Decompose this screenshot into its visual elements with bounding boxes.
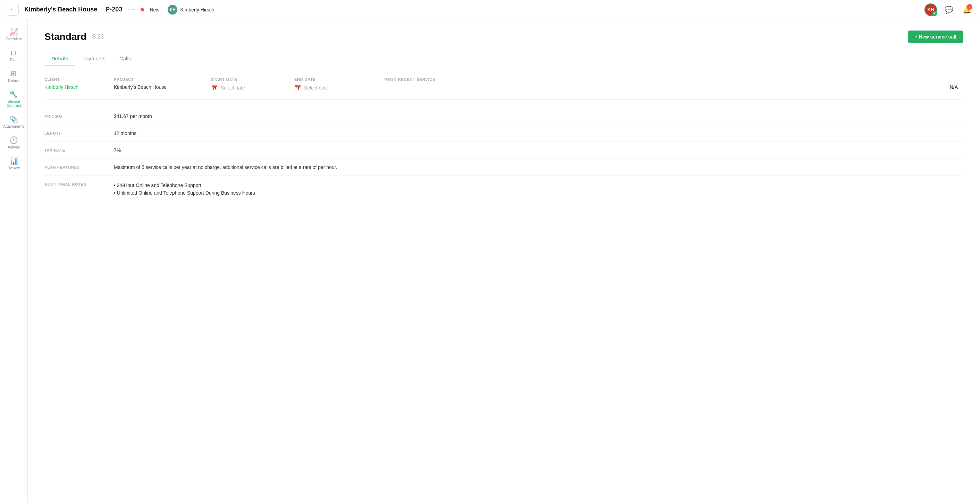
- notification-badge: 5: [967, 4, 972, 10]
- most-recent-label: MOST RECENT SERVICE: [385, 77, 958, 81]
- tax-rate-label: TAX RATE: [45, 148, 114, 153]
- sidebar: 📈 Overview ⊟ Plan ⊞ Details 🔧 Service Co…: [0, 19, 28, 503]
- main-content: Standard S-23 + New service call Details…: [28, 19, 980, 503]
- assigned-user: KH Kimberly Hirsch: [168, 5, 214, 14]
- sidebar-item-review[interactable]: 📊 Review: [2, 154, 26, 173]
- length-label: LENGTH: [45, 130, 114, 136]
- sidebar-label-details: Details: [8, 78, 20, 83]
- sidebar-label-attachments: Attachments: [3, 124, 24, 129]
- plan-features-label: PLAN FEATURES: [45, 164, 114, 170]
- sidebar-item-plan[interactable]: ⊟ Plan: [2, 46, 26, 65]
- status-label: New: [150, 7, 159, 13]
- project-id: P-203: [105, 6, 122, 13]
- additional-notes-value: 24-Hour Online and Telephone Support Unl…: [114, 181, 963, 197]
- start-date-label: START DATE: [211, 77, 289, 81]
- start-date-placeholder: Select date: [221, 85, 245, 90]
- plan-features-row: PLAN FEATURES Maximum of 5 service calls…: [45, 159, 963, 176]
- body-wrap: 📈 Overview ⊟ Plan ⊞ Details 🔧 Service Co…: [0, 19, 980, 503]
- project-col: PROJECT Kimberly's Beach House: [114, 77, 211, 91]
- additional-notes-row: ADDITIONAL NOTES 24-Hour Online and Tele…: [45, 176, 963, 202]
- length-value: 12 months: [114, 130, 963, 136]
- tabs: Details Payments Calls: [28, 51, 980, 66]
- note-item-2: Unlimited Online and Telephone Support D…: [114, 189, 963, 197]
- details-icon: ⊞: [11, 70, 17, 77]
- sidebar-item-service-contract[interactable]: 🔧 Service Contract: [2, 87, 26, 111]
- end-date-placeholder: Select date: [304, 85, 328, 90]
- new-service-call-button[interactable]: + New service call: [908, 30, 963, 43]
- sidebar-label-activity: Activity: [8, 145, 20, 149]
- user-avatar: KH: [168, 5, 177, 14]
- page-header: Standard S-23 + New service call: [28, 19, 980, 51]
- sidebar-item-overview[interactable]: 📈 Overview: [2, 25, 26, 44]
- sidebar-label-overview: Overview: [6, 37, 22, 41]
- sidebar-item-details[interactable]: ⊞ Details: [2, 67, 26, 86]
- top-header: ← Kimberly's Beach House P-203 ··· New K…: [0, 0, 980, 19]
- additional-notes-label: ADDITIONAL NOTES: [45, 181, 114, 197]
- page-subtitle: S-23: [92, 34, 104, 40]
- top-details-section: CLIENT Kimberly Hirsch PROJECT Kimberly'…: [45, 77, 963, 100]
- chat-button[interactable]: 💬: [942, 3, 955, 16]
- user-name-label: Kimberly Hirsch: [180, 7, 214, 13]
- pricing-value: $41.67 per month: [114, 113, 963, 119]
- end-date-input[interactable]: 📅 Select date: [294, 84, 379, 91]
- most-recent-col: MOST RECENT SERVICE N/A: [385, 77, 963, 91]
- current-user-avatar[interactable]: KH +: [924, 3, 937, 16]
- plan-features-value: Maximum of 5 service calls per year at n…: [114, 164, 963, 170]
- tax-rate-value: 7%: [114, 148, 963, 153]
- tab-details[interactable]: Details: [45, 51, 75, 66]
- start-date-input[interactable]: 📅 Select date: [211, 84, 289, 91]
- service-contract-icon: 🔧: [10, 91, 18, 98]
- page-title-wrap: Standard S-23: [45, 31, 104, 42]
- tab-payments[interactable]: Payments: [75, 51, 113, 66]
- end-date-label: END DATE: [294, 77, 379, 81]
- status-dot-icon: [140, 8, 144, 11]
- content-area: CLIENT Kimberly Hirsch PROJECT Kimberly'…: [28, 66, 980, 213]
- review-icon: 📊: [10, 157, 18, 164]
- header-icons: KH + 💬 🔔 5: [924, 3, 973, 16]
- plan-icon: ⊟: [11, 49, 17, 56]
- page-title: Standard: [45, 31, 86, 42]
- notes-list: 24-Hour Online and Telephone Support Unl…: [114, 181, 963, 197]
- client-label: CLIENT: [45, 77, 108, 81]
- pricing-row: PRICING $41.67 per month: [45, 108, 963, 125]
- end-date-col: END DATE 📅 Select date: [294, 77, 385, 91]
- notifications-button[interactable]: 🔔 5: [961, 3, 973, 16]
- activity-icon: 🕐: [10, 136, 18, 144]
- back-button[interactable]: ←: [7, 4, 19, 16]
- chat-icon: 💬: [945, 6, 953, 14]
- client-value[interactable]: Kimberly Hirsch: [45, 84, 108, 90]
- note-item-1: 24-Hour Online and Telephone Support: [114, 181, 963, 189]
- pricing-label: PRICING: [45, 113, 114, 119]
- tax-rate-row: TAX RATE 7%: [45, 142, 963, 159]
- start-calendar-icon: 📅: [211, 84, 218, 91]
- more-options-button[interactable]: ···: [128, 6, 135, 13]
- start-date-col: START DATE 📅 Select date: [211, 77, 294, 91]
- project-title: Kimberly's Beach House: [24, 6, 97, 13]
- length-row: LENGTH 12 months: [45, 125, 963, 142]
- sidebar-label-plan: Plan: [10, 57, 18, 62]
- client-col: CLIENT Kimberly Hirsch: [45, 77, 114, 91]
- overview-icon: 📈: [10, 29, 18, 35]
- end-calendar-icon: 📅: [294, 84, 301, 91]
- most-recent-value: N/A: [385, 84, 958, 90]
- details-grid: CLIENT Kimberly Hirsch PROJECT Kimberly'…: [45, 77, 963, 91]
- sidebar-label-service-contract: Service Contract: [5, 99, 23, 108]
- avatar-add-icon: +: [932, 11, 937, 16]
- sidebar-item-activity[interactable]: 🕐 Activity: [2, 133, 26, 152]
- project-label: PROJECT: [114, 77, 205, 81]
- sidebar-item-attachments[interactable]: 📎 Attachments: [2, 113, 26, 132]
- tab-calls[interactable]: Calls: [113, 51, 138, 66]
- attachments-icon: 📎: [10, 116, 18, 123]
- project-value: Kimberly's Beach House: [114, 84, 205, 90]
- sidebar-label-review: Review: [7, 166, 20, 170]
